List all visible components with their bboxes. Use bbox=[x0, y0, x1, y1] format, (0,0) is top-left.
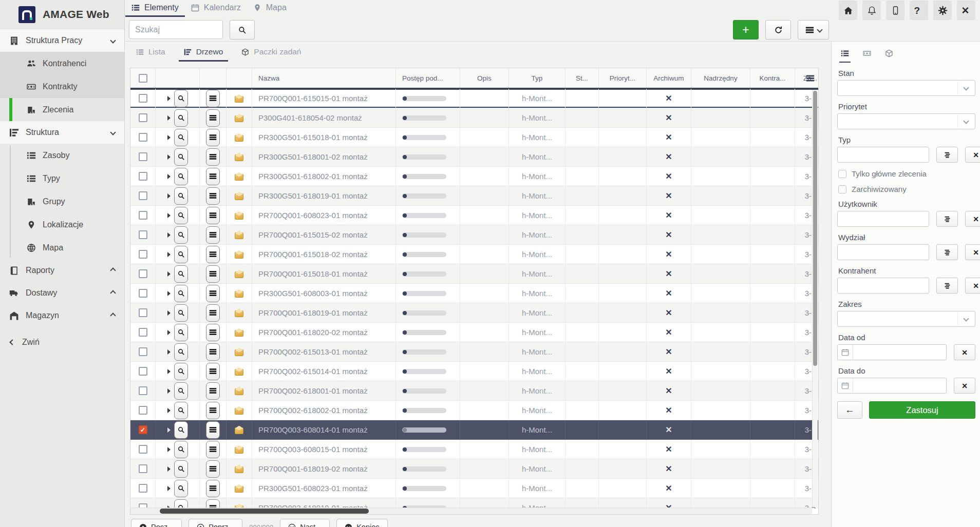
table-row[interactable]: PR700Q002-618002-01 montażh-Mont...✕3-5 bbox=[130, 401, 818, 420]
settings-button[interactable] bbox=[933, 1, 952, 20]
column-settings-icon[interactable] bbox=[806, 74, 815, 83]
row-menu-button[interactable] bbox=[206, 187, 220, 205]
row-menu-button[interactable] bbox=[206, 304, 220, 322]
filter-date-data-do[interactable] bbox=[837, 378, 947, 394]
notifications-button[interactable] bbox=[862, 1, 881, 20]
sidebar-item-typy[interactable]: Typy bbox=[0, 167, 124, 190]
table-row[interactable]: P300G401-618054-02 montażh-Mont...✕3-5 bbox=[130, 108, 818, 128]
row-menu-button[interactable] bbox=[206, 129, 220, 146]
row-menu-button[interactable] bbox=[206, 480, 220, 497]
column-header-typ[interactable]: Typ bbox=[509, 68, 566, 88]
row-zoom-button[interactable] bbox=[174, 421, 188, 439]
filter-tab-contracts[interactable] bbox=[861, 47, 873, 63]
filter-date-data-od[interactable] bbox=[837, 344, 947, 360]
filter-clear-button-użytkownik[interactable]: ✕ bbox=[965, 211, 980, 227]
filter-tab-packages[interactable] bbox=[883, 47, 895, 63]
table-row[interactable]: PR700Q003-608015-01 montażh-Mont...✕3-5 bbox=[130, 440, 818, 459]
expand-caret-icon[interactable] bbox=[167, 174, 171, 179]
expand-caret-icon[interactable] bbox=[167, 96, 171, 101]
mobile-button[interactable] bbox=[886, 1, 904, 20]
filter-pick-button-użytkownik[interactable] bbox=[936, 211, 958, 227]
row-zoom-button[interactable] bbox=[174, 226, 188, 244]
column-header-col3[interactable] bbox=[227, 68, 252, 88]
row-menu-button[interactable] bbox=[206, 324, 220, 341]
expand-caret-icon[interactable] bbox=[167, 486, 171, 491]
row-checkbox[interactable]: ✓ bbox=[139, 425, 147, 434]
filter-input-wydział[interactable] bbox=[837, 244, 929, 260]
expand-caret-icon[interactable] bbox=[167, 310, 171, 316]
table-row[interactable]: PR700Q001-615018-02 montażh-Mont...✕3-5 bbox=[130, 245, 818, 264]
filter-clear-button-wydział[interactable]: ✕ bbox=[965, 244, 980, 260]
row-checkbox[interactable] bbox=[139, 464, 147, 473]
row-zoom-button[interactable] bbox=[174, 343, 188, 361]
column-header-col0[interactable] bbox=[130, 68, 156, 88]
row-checkbox[interactable] bbox=[139, 250, 147, 259]
expand-caret-icon[interactable] bbox=[167, 154, 171, 160]
row-checkbox[interactable] bbox=[139, 133, 147, 142]
table-row[interactable]: PR700Q001-608023-01 montażh-Mont...✕3-5 bbox=[130, 206, 818, 225]
sidebar-collapse-button[interactable]: Zwiń bbox=[0, 331, 124, 354]
table-row[interactable]: PR700Q003-618019-01 montażh-Mont...✕3-5 bbox=[130, 498, 818, 509]
column-header-kontra[interactable]: Kontra... bbox=[750, 68, 795, 88]
row-checkbox[interactable] bbox=[139, 94, 147, 103]
vertical-scrollbar-thumb[interactable] bbox=[813, 91, 817, 366]
row-menu-button[interactable] bbox=[206, 148, 220, 166]
filter-input-kontrahent[interactable] bbox=[837, 278, 929, 294]
row-menu-button[interactable] bbox=[206, 460, 220, 478]
row-menu-button[interactable] bbox=[206, 382, 220, 400]
home-button[interactable] bbox=[839, 1, 857, 20]
column-header-archiwum[interactable]: Archiwum bbox=[647, 68, 691, 88]
back-button[interactable]: ← bbox=[837, 401, 862, 419]
table-row[interactable]: PR300G501-608023-01 montażh-Mont...✕3-5 bbox=[130, 479, 818, 498]
filter-input-typ[interactable] bbox=[837, 147, 929, 163]
expand-caret-icon[interactable] bbox=[167, 193, 171, 199]
subtab-paczki-zadań[interactable]: Paczki zadań bbox=[236, 45, 306, 62]
table-row[interactable]: PR700Q001-618019-02 montażh-Mont...✕3-5 bbox=[130, 459, 818, 479]
add-button[interactable]: + bbox=[733, 20, 759, 40]
row-zoom-button[interactable] bbox=[174, 265, 188, 283]
expand-caret-icon[interactable] bbox=[167, 330, 171, 335]
vertical-scrollbar[interactable] bbox=[812, 90, 818, 507]
expand-caret-icon[interactable] bbox=[167, 466, 171, 472]
sidebar-section-raporty[interactable]: Raporty bbox=[0, 259, 124, 282]
row-zoom-button[interactable] bbox=[174, 207, 188, 224]
pager-last-button[interactable]: Koniec bbox=[336, 519, 387, 527]
row-zoom-button[interactable] bbox=[174, 441, 188, 458]
row-menu-button[interactable] bbox=[206, 226, 220, 244]
table-row[interactable]: PR700Q002-615014-01 montażh-Mont...✕3-5 bbox=[130, 362, 818, 381]
row-zoom-button[interactable] bbox=[174, 304, 188, 322]
row-checkbox[interactable] bbox=[139, 347, 147, 356]
table-row[interactable]: PR300G501-618001-02 montażh-Mont...✕3-5 bbox=[130, 147, 818, 167]
table-row[interactable]: PR700Q001-618020-02 montażh-Mont...✕3-5 bbox=[130, 323, 818, 342]
subtab-lista[interactable]: Lista bbox=[131, 45, 171, 62]
expand-caret-icon[interactable] bbox=[167, 369, 171, 374]
table-row[interactable]: PR700Q002-615013-01 montażh-Mont...✕3-5 bbox=[130, 342, 818, 362]
row-zoom-button[interactable] bbox=[174, 480, 188, 497]
expand-caret-icon[interactable] bbox=[167, 408, 171, 413]
checkbox-box[interactable] bbox=[838, 185, 846, 193]
sidebar-section-magazyn[interactable]: Magazyn bbox=[0, 304, 124, 327]
row-menu-button[interactable] bbox=[206, 402, 220, 419]
row-checkbox[interactable] bbox=[139, 113, 147, 122]
pager-first-button[interactable]: Pocz... bbox=[131, 519, 182, 527]
search-button[interactable] bbox=[230, 20, 255, 40]
table-row[interactable]: PR300G501-615018-01 montażh-Mont...✕3-5 bbox=[130, 128, 818, 147]
expand-caret-icon[interactable] bbox=[167, 213, 171, 218]
filter-select-priorytet[interactable] bbox=[837, 113, 975, 129]
sidebar-item-kontrakty[interactable]: Kontrakty bbox=[0, 75, 124, 98]
help-button[interactable]: ? bbox=[910, 1, 928, 20]
expand-caret-icon[interactable] bbox=[167, 271, 171, 277]
row-menu-button[interactable] bbox=[206, 421, 220, 439]
row-menu-button[interactable] bbox=[206, 441, 220, 458]
row-zoom-button[interactable] bbox=[174, 109, 188, 127]
filter-select-stan[interactable] bbox=[837, 80, 975, 96]
filter-checkbox-tylko-główne-zlecenia[interactable]: Tylko główne zlecenia bbox=[838, 169, 974, 178]
row-checkbox[interactable] bbox=[139, 386, 147, 395]
row-menu-button[interactable] bbox=[206, 168, 220, 185]
table-row[interactable]: PR700Q001-615015-01 montażh-Mont...✕3-5 bbox=[130, 89, 818, 108]
row-menu-button[interactable] bbox=[206, 109, 220, 127]
column-header-col1[interactable] bbox=[156, 68, 200, 88]
row-zoom-button[interactable] bbox=[174, 129, 188, 146]
row-menu-button[interactable] bbox=[206, 265, 220, 283]
expand-caret-icon[interactable] bbox=[167, 135, 171, 140]
